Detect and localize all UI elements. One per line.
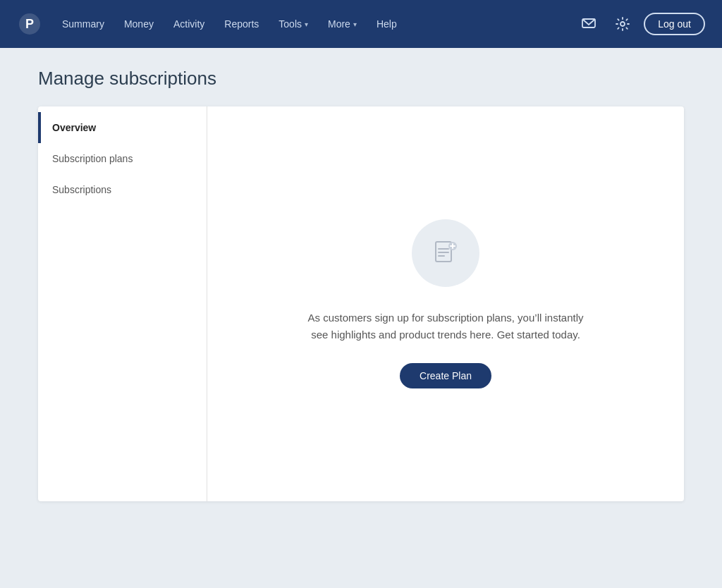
svg-text:P: P: [25, 17, 34, 31]
paypal-logo: P: [17, 11, 42, 37]
more-chevron-icon: ▾: [353, 20, 357, 28]
page-title: Manage subscriptions: [38, 68, 684, 90]
navbar: P Summary Money Activity Reports Tools ▾…: [0, 0, 722, 48]
nav-item-summary[interactable]: Summary: [54, 13, 113, 35]
message-icon-button[interactable]: [576, 11, 601, 37]
main-content: Manage subscriptions Overview Subscripti…: [16, 48, 706, 521]
empty-state-description: As customers sign up for subscription pl…: [305, 310, 587, 343]
nav-item-tools[interactable]: Tools ▾: [270, 13, 317, 35]
sidebar-item-subscription-plans[interactable]: Subscription plans: [38, 143, 207, 174]
navbar-actions: Log out: [576, 11, 705, 37]
content-layout: Overview Subscription plans Subscription…: [38, 106, 684, 501]
sidebar-item-overview[interactable]: Overview: [38, 112, 207, 143]
svg-point-3: [620, 22, 625, 26]
empty-state: As customers sign up for subscription pl…: [305, 219, 587, 388]
nav-item-activity[interactable]: Activity: [165, 13, 213, 35]
create-plan-button[interactable]: Create Plan: [400, 363, 491, 388]
logout-button[interactable]: Log out: [644, 13, 705, 35]
tools-chevron-icon: ▾: [305, 20, 308, 28]
sidebar: Overview Subscription plans Subscription…: [38, 106, 207, 501]
page-frame: P Summary Money Activity Reports Tools ▾…: [0, 0, 722, 588]
empty-state-icon-circle: [412, 219, 479, 287]
nav-item-money[interactable]: Money: [116, 13, 162, 35]
nav-item-more[interactable]: More ▾: [319, 13, 365, 35]
main-panel: As customers sign up for subscription pl…: [207, 106, 684, 501]
nav-links: Summary Money Activity Reports Tools ▾ M…: [54, 13, 576, 35]
nav-item-help[interactable]: Help: [368, 13, 405, 35]
settings-icon-button[interactable]: [610, 11, 635, 37]
sidebar-item-subscriptions[interactable]: Subscriptions: [38, 174, 207, 205]
nav-item-reports[interactable]: Reports: [216, 13, 267, 35]
